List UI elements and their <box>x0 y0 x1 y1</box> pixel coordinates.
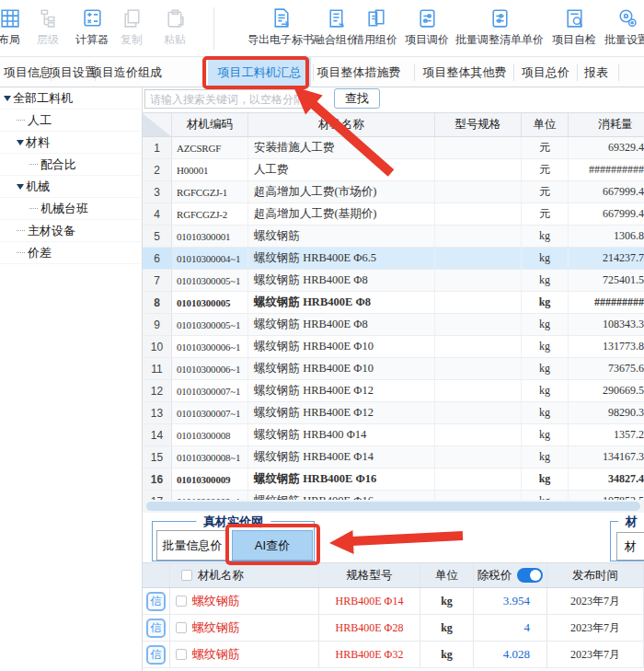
row-checkbox[interactable] <box>176 649 187 660</box>
info-badge-icon[interactable]: 信 <box>146 592 166 611</box>
tab-project-cost-composition[interactable]: 项目造价组成 <box>82 57 170 87</box>
select-all-corner-cell[interactable] <box>143 113 172 136</box>
info-badge-icon[interactable]: 信 <box>146 645 166 665</box>
price-cell[interactable]: 4 <box>474 615 547 641</box>
table-row[interactable]: 17 01010300009~1 螺纹钢筋 HRB400E Φ16 kg 107… <box>143 491 644 500</box>
tree-item[interactable]: 人工 <box>0 110 142 132</box>
col-header-qty[interactable]: 消耗量 <box>569 113 644 136</box>
batch-settings-button[interactable]: 批量设置 <box>597 6 644 48</box>
batch-adjust-price-button[interactable]: 批量调整清单单价 <box>451 6 548 48</box>
unit-cell: kg <box>420 588 474 614</box>
tree-item[interactable]: 全部工料机 <box>0 87 142 110</box>
layout-grid-icon <box>0 6 21 29</box>
col-header-spec[interactable]: 型号规格 <box>435 113 522 136</box>
table-row[interactable]: 9 01010300005~1 螺纹钢筋 HRB400E Φ8 kg 10834… <box>143 314 644 336</box>
tree-expand-icon[interactable] <box>17 120 25 121</box>
tree-item[interactable]: 价差 <box>0 242 142 264</box>
table-row[interactable]: 14 01010300008 螺纹钢筋 HRB400 Φ14 kg 1357.2… <box>143 424 644 446</box>
unit-cell: 元 <box>522 159 569 180</box>
search-input[interactable] <box>144 89 305 109</box>
project-self-check-button[interactable]: 项目自检 <box>545 6 604 48</box>
table-row[interactable]: 13 01010300007~1 螺纹钢筋 HRB400E Φ12 kg 982… <box>143 402 644 424</box>
name-cell: 安装措施人工费 <box>248 137 435 158</box>
groupbox-legend: 真材实价网 <box>196 514 270 530</box>
hierarchy-button[interactable]: 层级 <box>29 6 66 48</box>
tax-excluded-toggle[interactable] <box>517 568 543 583</box>
code-cell: 01010300008~1 <box>172 446 248 468</box>
row-number-cell: 15 <box>143 446 172 468</box>
horizontal-scrollbar-track[interactable] <box>143 500 644 513</box>
price-table-row[interactable]: 信 螺纹钢筋 HRB400E Φ28 kg 4 2023年7月 <box>143 615 644 642</box>
table-row[interactable]: 5 01010300001 螺纹钢筋 kg 1306.83 <box>143 226 644 248</box>
table-row[interactable]: 8 01010300005 螺纹钢筋 HRB400E Φ8 kg #######… <box>143 292 644 314</box>
price-cell[interactable]: 4.028 <box>474 642 547 667</box>
tab-project-overall-other[interactable]: 项目整体其他费 <box>419 57 511 87</box>
unit-cell: kg <box>420 615 474 641</box>
tree-expand-icon[interactable] <box>4 96 11 101</box>
tree-item[interactable]: 配合比 <box>0 154 142 176</box>
tab-separator <box>618 64 619 81</box>
tab-project-material-summary[interactable]: 项目工料机汇总 <box>208 57 311 87</box>
project-price-adjust-button[interactable]: 项目调价 <box>397 6 456 48</box>
row-number-cell: 16 <box>143 469 172 490</box>
tree-expand-icon[interactable] <box>17 184 24 190</box>
tree-item[interactable]: 机械台班 <box>0 198 142 220</box>
table-row[interactable]: 11 01010300006~1 螺纹钢筋 HRB400E Φ10 kg 736… <box>143 358 644 380</box>
table-row[interactable]: 1 AZCSRGF 安装措施人工费 元 69329.47 <box>143 137 644 159</box>
table-row[interactable]: 10 01010300006~1 螺纹钢筋 HRB400E Φ10 kg 131… <box>143 336 644 358</box>
right-clipped-tab[interactable]: 材 <box>616 532 644 561</box>
spec-cell <box>435 380 522 401</box>
spec-cell <box>435 424 522 445</box>
layout-button[interactable]: 布局 <box>0 6 28 48</box>
row-checkbox[interactable] <box>176 622 187 633</box>
tree-expand-icon[interactable] <box>29 164 38 165</box>
tree-item[interactable]: 主材设备 <box>0 220 142 242</box>
horizontal-scrollbar-thumb[interactable] <box>146 502 640 511</box>
batch-settings-gear-icon <box>615 6 638 29</box>
tab-project-overall-measures[interactable]: 项目整体措施费 <box>313 57 405 87</box>
table-row[interactable]: 12 01010300007~1 螺纹钢筋 HRB400E Φ12 kg 290… <box>143 380 644 402</box>
col-header-unit[interactable]: 单位 <box>522 113 569 136</box>
qty-cell: 667999.47 <box>569 203 644 225</box>
tab-reports[interactable]: 报表 <box>578 57 615 87</box>
table-row[interactable]: 6 01010300004~1 螺纹钢筋 HRB400E Φ6.5 kg 214… <box>143 248 644 270</box>
tree-expand-icon[interactable] <box>17 140 24 145</box>
row-checkbox[interactable] <box>176 596 187 607</box>
table-row[interactable]: 16 01010300009 螺纹钢筋 HRB400E Φ16 kg 34827… <box>143 469 644 491</box>
tree-item[interactable]: 材料 <box>0 132 142 154</box>
tree-item[interactable]: 机械 <box>0 176 142 198</box>
code-cell: 01010300004~1 <box>172 248 248 269</box>
tree-expand-icon[interactable] <box>17 230 25 231</box>
ai-price-query-tab[interactable]: AI查价 <box>232 530 313 561</box>
find-button[interactable]: 查找 <box>334 88 380 109</box>
col-header-name[interactable]: 材机名称 <box>248 113 435 136</box>
price-table-row[interactable]: 信 螺纹钢筋 HRB400E Φ32 kg 4.028 2023年7月 <box>143 642 644 668</box>
info-badge-icon[interactable]: 信 <box>146 619 166 638</box>
qty-cell: 214237.74 <box>569 248 644 269</box>
spec-cell <box>435 336 522 357</box>
borrow-pricing-button[interactable]: 借用组价 <box>346 6 405 48</box>
tab-project-total[interactable]: 项目总价 <box>518 57 573 87</box>
table-row[interactable]: 7 01010300005~1 螺纹钢筋 HRB400E Φ8 kg 72540… <box>143 270 644 292</box>
qty-cell: 107852.55 <box>569 491 644 500</box>
row-number-cell: 8 <box>143 292 172 313</box>
info-badge-cell: 信 <box>143 615 170 641</box>
col-header-code[interactable]: 材机编码 <box>172 113 248 136</box>
calculator-button[interactable]: 计算器 <box>68 6 116 48</box>
row-number-cell: 5 <box>143 226 172 247</box>
batch-info-price-tab[interactable]: 批量信息价 <box>156 530 228 561</box>
tree-expand-icon[interactable] <box>17 252 25 253</box>
table-row[interactable]: 2 H00001 人工费 元 ########### <box>143 159 644 181</box>
select-all-checkbox[interactable] <box>181 570 192 581</box>
price-table-row[interactable]: 信 螺纹钢筋 HRB400E Φ14 kg 3.954 2023年7月 <box>143 588 644 615</box>
tree-expand-icon[interactable] <box>29 208 38 209</box>
paste-button[interactable]: 粘贴 <box>156 6 193 48</box>
toolbar-label: 粘贴 <box>164 32 186 48</box>
table-row[interactable]: 3 RGFCGZJ-1 超高增加人工费(市场价) 元 667999.47 <box>143 181 644 203</box>
toolbar-label: 项目调价 <box>405 32 449 48</box>
copy-button[interactable]: 复制 <box>113 6 150 48</box>
price-cell[interactable]: 3.954 <box>474 588 547 614</box>
table-row[interactable]: 15 01010300008~1 螺纹钢筋 HRB400E Φ14 kg 134… <box>143 446 644 469</box>
table-row[interactable]: 4 RGFCGZJ-2 超高增加人工费(基期价) 元 667999.47 <box>143 203 644 226</box>
name-cell: 螺纹钢筋 HRB400E Φ10 <box>248 358 435 379</box>
